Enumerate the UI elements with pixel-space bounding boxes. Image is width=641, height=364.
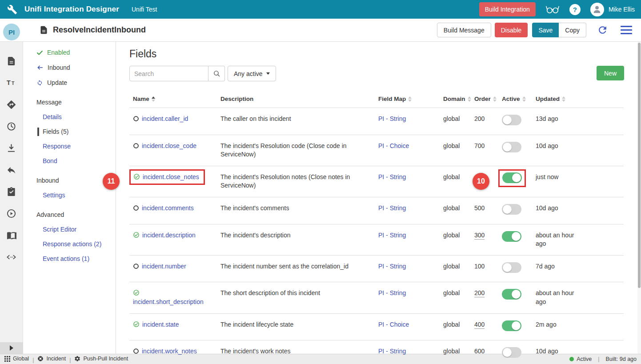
active-toggle[interactable]: [502, 231, 521, 242]
callout-badge-11: 11: [103, 173, 120, 190]
expand-arrow-icon: [10, 345, 13, 351]
active-toggle[interactable]: [502, 142, 521, 152]
sort-icon: [493, 96, 497, 102]
app-bar: Unifi Integration Designer Unifi Test Bu…: [0, 0, 641, 19]
field-description: The incident number sent as the correlat…: [217, 256, 375, 278]
field-name-link[interactable]: incident.number: [142, 263, 186, 270]
sidebar-item-details[interactable]: Details: [43, 113, 116, 120]
nav-status-enabled[interactable]: Enabled: [36, 49, 116, 56]
field-updated: 10d ago: [532, 340, 624, 363]
text-format-icon[interactable]: TT: [6, 78, 16, 88]
reply-icon[interactable]: [6, 165, 16, 175]
preview-glasses-icon[interactable]: [545, 5, 560, 14]
app-bar-actions: Build Integration ? Mike Ellis: [479, 2, 635, 16]
field-name-link[interactable]: incident.description: [142, 232, 196, 239]
field-name-link[interactable]: incident.caller_id: [142, 115, 188, 122]
active-toggle[interactable]: [502, 172, 522, 183]
code-icon[interactable]: [6, 252, 16, 262]
field-order: 700: [471, 135, 498, 157]
active-toggle[interactable]: [502, 320, 521, 331]
field-updated: 13d ago: [532, 108, 624, 130]
field-map-link[interactable]: PI - String: [378, 204, 406, 212]
search-button[interactable]: [208, 66, 225, 81]
nav-status-inbound[interactable]: Inbound: [36, 64, 116, 71]
field-map-link[interactable]: PI - String: [378, 289, 406, 296]
directions-icon[interactable]: [6, 100, 16, 110]
sidebar-item-script-editor[interactable]: Script Editor: [43, 226, 116, 233]
field-map-link[interactable]: PI - String: [378, 263, 406, 270]
expand-rail-button[interactable]: [0, 342, 23, 354]
new-button[interactable]: New: [597, 66, 624, 80]
list-controls: Any active New: [129, 66, 624, 81]
icon-rail: TT: [0, 42, 23, 354]
history-icon[interactable]: [6, 121, 16, 132]
sidebar-item-settings[interactable]: Settings: [43, 192, 116, 199]
field-map-link[interactable]: PI - Choice: [378, 142, 409, 149]
field-name-link[interactable]: incident.short_description: [133, 298, 204, 305]
column-header-domain[interactable]: Domain: [440, 93, 471, 108]
play-circle-icon[interactable]: [6, 208, 16, 219]
save-button[interactable]: Save: [532, 23, 559, 37]
save-copy-group: Save Copy: [532, 23, 586, 37]
sidebar-item-response[interactable]: Response: [43, 143, 116, 150]
field-order: 200: [471, 282, 498, 304]
active-toggle[interactable]: [502, 347, 521, 358]
user-avatar[interactable]: [590, 3, 604, 16]
sidebar-item-bond[interactable]: Bond: [43, 157, 116, 164]
integration-avatar[interactable]: PI: [3, 24, 20, 40]
scrollbar-thumb[interactable]: [638, 43, 641, 288]
copy-button[interactable]: Copy: [559, 23, 586, 37]
build-integration-button[interactable]: Build Integration: [479, 2, 536, 16]
field-map-link[interactable]: PI - Choice: [378, 321, 409, 328]
status-item-incident[interactable]: Incident: [37, 356, 66, 362]
active-toggle[interactable]: [502, 115, 521, 125]
disable-button[interactable]: Disable: [495, 23, 528, 37]
active-toggle[interactable]: [502, 262, 521, 273]
column-header-order[interactable]: Order: [471, 93, 498, 108]
app-subtitle[interactable]: Unifi Test: [132, 6, 157, 13]
sidebar-item-fields-5[interactable]: Fields (5): [43, 128, 116, 135]
vertical-scrollbar[interactable]: [637, 42, 641, 354]
field-map-link[interactable]: PI - String: [378, 348, 406, 355]
field-name-link[interactable]: incident.work_notes: [142, 348, 197, 355]
column-header-updated[interactable]: Updated: [532, 93, 624, 108]
record-actions: Build Message Disable Save Copy: [437, 23, 632, 37]
help-icon[interactable]: ?: [569, 4, 581, 15]
field-map-link[interactable]: PI - String: [378, 115, 406, 122]
table-row: incident.close_notesThe incident's Resol…: [129, 166, 624, 197]
active-filter-dropdown[interactable]: Any active: [228, 66, 276, 81]
task-check-icon[interactable]: [6, 187, 16, 197]
build-message-button[interactable]: Build Message: [437, 23, 491, 37]
active-toggle[interactable]: [502, 289, 521, 300]
table-row: incident.commentsThe incident's comments…: [129, 197, 624, 224]
field-map-link[interactable]: PI - String: [378, 232, 406, 239]
field-updated: 2m ago: [532, 314, 624, 336]
field-name-link[interactable]: incident.close_notes: [143, 173, 199, 180]
table-row: incident.stateThe incident lifecycle sta…: [129, 314, 624, 341]
status-bar-left: Global|Incident|Push-Pull Incident: [4, 356, 128, 363]
file-document-icon[interactable]: [6, 56, 16, 66]
sidebar-item-response-actions-2[interactable]: Response actions (2): [43, 240, 116, 248]
search-input[interactable]: [129, 66, 208, 81]
active-toggle[interactable]: [502, 204, 521, 215]
field-order: 100: [471, 256, 498, 278]
download-icon[interactable]: [6, 143, 16, 153]
status-item-push-pull-incident[interactable]: Push-Pull Incident: [74, 356, 128, 362]
sidebar-item-event-actions-1[interactable]: Event actions (1): [43, 255, 116, 262]
refresh-icon[interactable]: [597, 24, 608, 36]
menu-icon[interactable]: [621, 26, 632, 34]
nav-status-update[interactable]: Update: [36, 79, 116, 86]
field-map-link[interactable]: PI - String: [378, 173, 406, 180]
table-row: incident.caller_idThe caller on this inc…: [129, 108, 624, 135]
field-name-link[interactable]: incident.state: [142, 321, 179, 328]
field-name-link[interactable]: incident.comments: [142, 204, 194, 212]
user-name[interactable]: Mike Ellis: [609, 6, 635, 13]
column-header-name[interactable]: Name: [129, 93, 217, 108]
column-header-active[interactable]: Active: [498, 93, 532, 108]
column-header-field-map[interactable]: Field Map: [375, 93, 440, 108]
documentation-icon[interactable]: [6, 230, 16, 240]
field-domain: global: [440, 197, 471, 220]
field-name-link[interactable]: incident.close_code: [142, 142, 196, 149]
grid-icon: [4, 356, 10, 362]
status-item-global[interactable]: Global: [4, 356, 29, 362]
